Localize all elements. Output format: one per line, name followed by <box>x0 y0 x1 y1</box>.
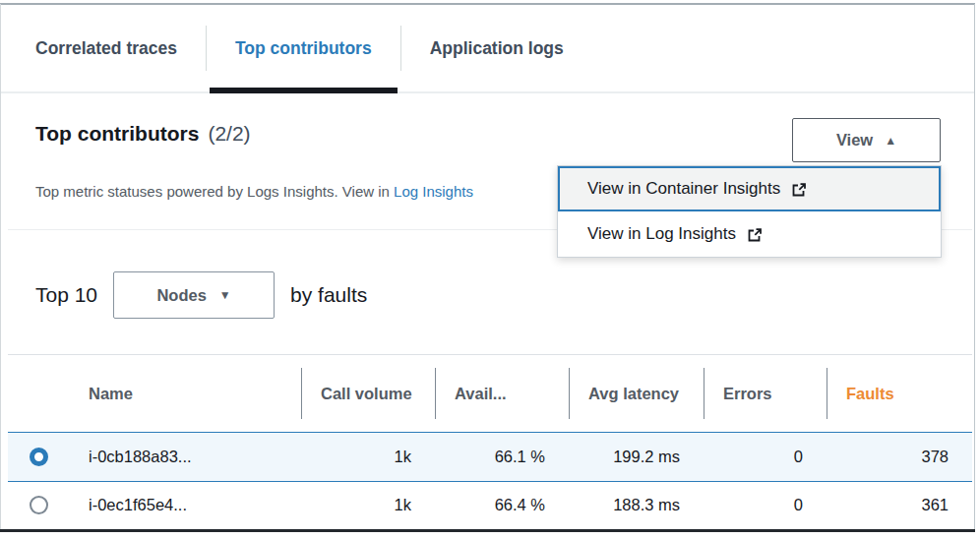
cell-availability: 66.4 % <box>435 496 569 514</box>
external-link-icon <box>791 182 807 198</box>
panel-description: Top metric statuses powered by Logs Insi… <box>35 183 473 200</box>
column-header-call-volume[interactable]: Call volume <box>301 355 435 432</box>
tab-correlated-traces[interactable]: Correlated traces <box>1 5 206 91</box>
cell-availability: 66.1 % <box>435 448 569 466</box>
cell-call-volume: 1k <box>301 448 435 466</box>
caret-up-icon: ▲ <box>885 134 896 148</box>
cell-errors: 0 <box>704 496 827 514</box>
menu-item-label: View in Container Insights <box>587 179 780 199</box>
column-header-label: Call volume <box>321 383 412 404</box>
menu-item-label: View in Log Insights <box>587 224 736 244</box>
view-button-label: View <box>836 131 873 150</box>
column-header-name[interactable]: Name <box>69 355 301 432</box>
cell-errors: 0 <box>704 448 827 466</box>
cell-call-volume: 1k <box>301 496 435 514</box>
item-count: (2/2) <box>208 122 250 146</box>
menu-item-log-insights[interactable]: View in Log Insights <box>558 211 941 257</box>
view-dropdown-menu: View in Container Insights View in Log I… <box>557 165 942 258</box>
cell-name: i-0cb188a83... <box>69 448 301 466</box>
cell-faults: 378 <box>827 448 972 466</box>
table-header-row: Name Call volume Avail... Avg latency Er… <box>8 354 972 432</box>
column-header-label: Errors <box>723 383 772 404</box>
frame-bottom-border <box>0 529 975 532</box>
row-select-cell <box>8 448 69 466</box>
tab-application-logs[interactable]: Application logs <box>401 5 592 91</box>
contributors-table: Name Call volume Avail... Avg latency Er… <box>8 354 972 528</box>
frame-right-border <box>974 4 975 532</box>
tab-bar: Correlated traces Top contributors Appli… <box>1 5 974 93</box>
tab-label: Top contributors <box>235 38 372 59</box>
description-text: Top metric statuses powered by Logs Insi… <box>35 183 390 200</box>
table-row[interactable]: i-0ec1f65e4... 1k 66.4 % 188.3 ms 0 361 <box>8 482 972 528</box>
column-header-errors[interactable]: Errors <box>704 355 827 432</box>
column-header-availability[interactable]: Avail... <box>435 355 569 432</box>
cell-name: i-0ec1f65e4... <box>69 496 301 514</box>
nodes-dropdown-label: Nodes <box>156 286 206 305</box>
active-tab-underline <box>210 88 398 93</box>
cell-avg-latency: 188.3 ms <box>569 496 704 514</box>
cell-faults: 361 <box>827 496 972 514</box>
view-button[interactable]: View ▲ <box>792 118 941 162</box>
table-row[interactable]: i-0cb188a83... 1k 66.1 % 199.2 ms 0 378 <box>8 432 972 482</box>
column-header-label: Avail... <box>455 383 507 404</box>
top-n-selector: Top 10 Nodes ▼ by faults <box>35 271 367 319</box>
row-select-cell <box>8 496 69 514</box>
page-title: Top contributors <box>35 122 199 146</box>
cell-avg-latency: 199.2 ms <box>569 448 704 466</box>
selector-prefix: Top 10 <box>35 283 97 307</box>
radio-unselected[interactable] <box>30 496 48 514</box>
nodes-dropdown[interactable]: Nodes ▼ <box>113 271 275 319</box>
tab-label: Application logs <box>430 38 564 59</box>
selection-column-header <box>8 355 69 432</box>
radio-selected[interactable] <box>30 448 48 466</box>
column-header-label: Name <box>89 383 133 404</box>
selector-suffix: by faults <box>290 283 367 307</box>
tab-label: Correlated traces <box>35 38 177 59</box>
tab-top-contributors[interactable]: Top contributors <box>207 5 400 91</box>
column-header-faults[interactable]: Faults <box>827 355 972 432</box>
column-header-label: Avg latency <box>588 383 679 404</box>
external-link-icon <box>747 227 763 243</box>
log-insights-link[interactable]: Log Insights <box>394 183 473 200</box>
column-header-label: Faults <box>846 383 894 404</box>
column-header-avg-latency[interactable]: Avg latency <box>569 355 704 432</box>
caret-down-icon: ▼ <box>219 288 231 302</box>
panel-header: Top contributors (2/2) <box>35 122 251 146</box>
menu-item-container-insights[interactable]: View in Container Insights <box>558 166 941 211</box>
